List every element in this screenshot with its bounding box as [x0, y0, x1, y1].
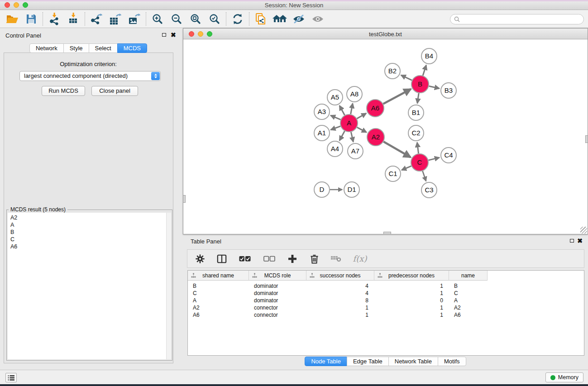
import-table-button[interactable] [64, 11, 83, 27]
add-column-button[interactable] [287, 253, 298, 265]
export-network-button[interactable] [87, 11, 106, 27]
cell-shared-name[interactable]: C [188, 290, 249, 296]
run-mcds-button[interactable]: Run MCDS [42, 86, 85, 96]
network-window-titlebar[interactable]: testGlobe.txt [183, 29, 588, 39]
graph-edge-B-B3[interactable] [429, 86, 440, 88]
tab-mcds[interactable]: MCDS [117, 43, 147, 53]
zoom-selected-button[interactable] [205, 11, 224, 27]
frame-gripper-left[interactable] [183, 195, 186, 203]
export-table-button[interactable] [106, 11, 125, 27]
cell-successor-nodes[interactable]: 4 [306, 290, 374, 296]
cell-name[interactable]: C [449, 290, 488, 296]
graph-edge-A-A4[interactable] [339, 131, 344, 141]
cell-shared-name[interactable]: A2 [188, 305, 249, 311]
tab-network-table[interactable]: Network Table [388, 357, 438, 366]
zoom-out-button[interactable] [167, 11, 186, 27]
deselect-all-columns-button[interactable] [263, 253, 276, 265]
result-item[interactable]: A [8, 221, 171, 229]
task-history-button[interactable] [5, 373, 17, 382]
node-table[interactable]: shared nameMCDS rolesuccessor nodesprede… [187, 270, 584, 356]
cell-successor-nodes[interactable]: 4 [306, 283, 374, 289]
frame-resize-handle[interactable] [580, 227, 587, 234]
table-row-A[interactable]: Adominator80A [188, 297, 584, 304]
cell-MCDS-role[interactable]: dominator [249, 283, 306, 289]
cell-MCDS-role[interactable]: dominator [249, 290, 306, 296]
cell-predecessor-nodes[interactable]: 1 [374, 312, 449, 318]
clone-network-button[interactable] [251, 11, 270, 27]
cell-shared-name[interactable]: A [188, 297, 249, 304]
search-input[interactable] [462, 16, 583, 23]
graph-edge-B-B4[interactable] [423, 65, 426, 76]
graph-edge-B-B2[interactable] [401, 75, 412, 80]
result-scrollbar[interactable] [166, 213, 171, 359]
select-all-columns-button[interactable] [238, 253, 252, 265]
close-panel-button[interactable]: Close panel [91, 86, 138, 96]
result-item[interactable]: A6 [8, 243, 171, 250]
graph-edge-A2-C[interactable] [383, 142, 411, 157]
result-item[interactable]: A2 [8, 214, 171, 221]
cell-name[interactable]: B [449, 283, 488, 289]
graph-edge-A-A8[interactable] [351, 104, 353, 114]
table-panel-close-button[interactable]: ✖ [577, 238, 583, 243]
result-item[interactable]: B [8, 229, 171, 236]
result-item[interactable]: C [8, 236, 171, 243]
cell-MCDS-role[interactable]: connector [249, 305, 306, 311]
cell-shared-name[interactable]: A6 [188, 312, 249, 318]
graph-edge-B-B1[interactable] [417, 93, 419, 103]
tab-motifs[interactable]: Motifs [438, 357, 466, 366]
tab-network[interactable]: Network [29, 43, 64, 53]
optimization-criterion-select[interactable]: largest connected component (directed) [19, 71, 161, 81]
hide-selected-button[interactable] [289, 11, 308, 27]
zoom-in-button[interactable] [148, 11, 167, 27]
column-header-shared-name[interactable]: shared name [188, 271, 249, 281]
cell-successor-nodes[interactable]: 8 [306, 297, 374, 304]
open-session-button[interactable] [3, 11, 22, 27]
table-settings-button[interactable] [195, 253, 206, 265]
cell-MCDS-role[interactable]: dominator [249, 297, 306, 304]
graph-edge-A-A5[interactable] [339, 105, 344, 115]
mcds-result-list[interactable]: A2ABCA6 [8, 213, 171, 359]
tab-style[interactable]: Style [63, 43, 89, 53]
network-canvas[interactable]: B4B2BB3A8A5A6A3B1AC2A1A2A4A7C4CC1C3DD1 [183, 40, 588, 234]
table-row-A2[interactable]: A2connector11A2 [188, 304, 584, 311]
column-header-predecessor-nodes[interactable]: predecessor nodes [374, 271, 449, 281]
tab-node-table[interactable]: Node Table [305, 357, 347, 366]
cell-predecessor-nodes[interactable]: 0 [374, 297, 449, 304]
graph-edge-C-C1[interactable] [402, 166, 411, 170]
graph-edge-C-C3[interactable] [423, 171, 426, 181]
save-session-button[interactable] [22, 11, 41, 27]
delete-column-button[interactable] [309, 253, 320, 265]
import-network-button[interactable] [45, 11, 64, 27]
control-panel-close-button[interactable]: ✖ [171, 33, 176, 37]
column-header-MCDS-role[interactable]: MCDS role [249, 271, 306, 281]
cell-shared-name[interactable]: B [188, 283, 249, 289]
control-panel-float-button[interactable] [162, 33, 166, 37]
show-column-button[interactable] [216, 253, 227, 265]
cell-name[interactable]: A [449, 297, 488, 304]
cell-MCDS-role[interactable]: connector [249, 312, 306, 318]
table-row-A6[interactable]: A6connector11A6 [188, 311, 584, 319]
graph-edge-C-C2[interactable] [417, 143, 419, 153]
graph-edge-A-A3[interactable] [330, 115, 340, 119]
tab-select[interactable]: Select [89, 43, 118, 53]
frame-gripper-right[interactable] [585, 135, 588, 143]
export-image-button[interactable] [125, 11, 144, 27]
cell-predecessor-nodes[interactable]: 1 [374, 283, 449, 289]
memory-button[interactable]: Memory [545, 372, 583, 382]
search-field[interactable] [450, 14, 584, 24]
graph-edge-A-A6[interactable] [357, 113, 366, 119]
graph-edge-A-A2[interactable] [357, 127, 367, 132]
cell-name[interactable]: A2 [449, 305, 488, 311]
table-row-B[interactable]: Bdominator41B [188, 282, 584, 290]
graph-edge-A-A7[interactable] [351, 132, 353, 142]
graph-edge-A6-B[interactable] [383, 89, 411, 104]
show-all-button[interactable] [308, 11, 327, 27]
cell-successor-nodes[interactable]: 1 [306, 312, 374, 318]
graph-edge-A-A1[interactable] [331, 126, 341, 130]
graph-edge-C-C4[interactable] [428, 157, 439, 160]
tab-edge-table[interactable]: Edge Table [347, 357, 389, 366]
column-header-successor-nodes[interactable]: successor nodes [306, 271, 374, 281]
zoom-fit-content-button[interactable] [186, 11, 205, 27]
table-panel-float-button[interactable] [570, 239, 574, 243]
cell-name[interactable]: A6 [449, 312, 488, 318]
